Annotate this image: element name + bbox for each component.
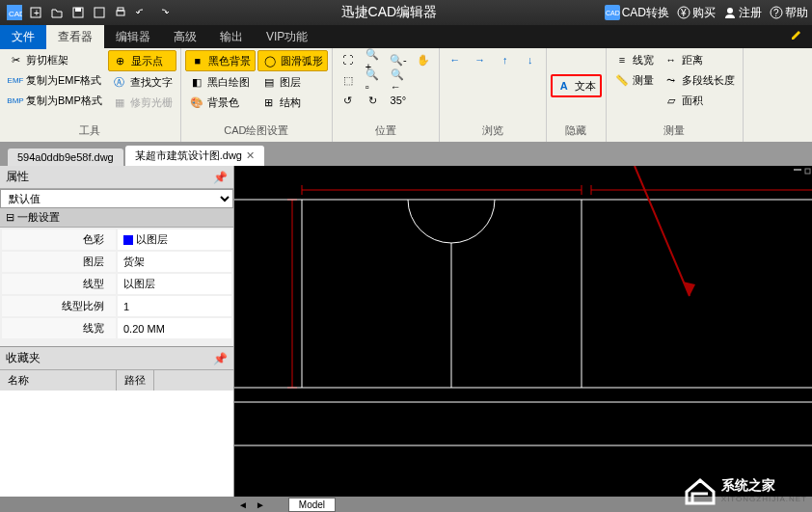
new-icon[interactable]: +	[25, 2, 46, 23]
pan-button[interactable]: ✋	[412, 50, 435, 69]
path-column[interactable]: 路径	[117, 370, 154, 391]
arrow-down-icon: ↓	[523, 52, 538, 67]
find-text-button[interactable]: Ⓐ查找文字	[108, 72, 176, 92]
menu-file[interactable]: 文件	[0, 25, 46, 49]
nav-down-button[interactable]: ↓	[519, 50, 542, 69]
table-row: 线型以图层	[2, 274, 231, 294]
layers-button[interactable]: ▤图层	[257, 72, 328, 92]
doctab-2[interactable]: 某超市建筑设计图.dwg✕	[125, 146, 264, 166]
rotate-right-button[interactable]: ↻	[362, 91, 385, 110]
cad-convert-button[interactable]: CADCAD转换	[605, 5, 669, 21]
name-column[interactable]: 名称	[0, 370, 117, 391]
copy-bmp-button[interactable]: BMP复制为BMP格式	[4, 91, 106, 110]
favorites-list[interactable]	[0, 391, 233, 497]
zoom-sel-button[interactable]: 🔍▫	[362, 70, 385, 90]
drawing-canvas[interactable]	[234, 166, 812, 497]
copy-emf-button[interactable]: EMF复制为EMF格式	[4, 70, 106, 90]
nav-up-button[interactable]: ↑	[494, 50, 517, 69]
svg-rect-8	[118, 8, 123, 11]
distance-icon: ↔	[663, 52, 679, 67]
text-icon: A	[556, 78, 572, 94]
redo-icon[interactable]	[152, 2, 174, 23]
edit-icon[interactable]	[789, 27, 812, 46]
arrow-up-icon: ↑	[498, 52, 513, 67]
house-icon	[683, 472, 717, 507]
measure-button[interactable]: 📏测量	[610, 70, 658, 90]
zoom-fit-icon: ⛶	[340, 52, 356, 67]
rotate-left-button[interactable]: ↺	[337, 91, 360, 110]
layer-cell[interactable]: 货架	[118, 252, 231, 272]
black-bg-button[interactable]: ■黑色背景	[185, 50, 256, 71]
text-button[interactable]: A文本	[551, 74, 602, 97]
smooth-arc-button[interactable]: ◯圆滑弧形	[257, 50, 328, 71]
nav-left-button[interactable]: ←	[444, 50, 467, 69]
buy-button[interactable]: ¥购买	[677, 5, 716, 21]
pin-icon[interactable]: 📌	[213, 352, 228, 365]
ribbon-group-hide: A文本 隐藏	[547, 48, 607, 142]
svg-rect-7	[117, 11, 124, 15]
undo-icon[interactable]	[131, 2, 152, 23]
trim-icon: ▦	[112, 94, 127, 110]
scale-cell[interactable]: 1	[118, 296, 231, 316]
svg-rect-6	[95, 8, 104, 17]
close-icon[interactable]: ✕	[246, 149, 255, 162]
app-title: 迅捷CAD编辑器	[174, 4, 605, 21]
menu-advanced[interactable]: 高级	[162, 25, 208, 49]
zoom-out-button[interactable]: 🔍-	[387, 50, 410, 69]
favorites-columns: 名称 路径	[0, 370, 233, 391]
zoom-in-button[interactable]: 🔍+	[362, 50, 385, 69]
rotate-right-icon: ↻	[365, 93, 381, 108]
default-dropdown[interactable]: 默认值	[0, 189, 233, 208]
ribbon-group-position: ⛶ ⬚ ↺ 🔍+ 🔍▫ ↻ 🔍- 🔍← 35° ✋ 位置	[333, 48, 440, 142]
zoom-prev-button[interactable]: 🔍←	[387, 70, 410, 90]
distance-button[interactable]: ↔距离	[660, 50, 739, 69]
show-point-button[interactable]: ⊕显示点	[108, 50, 176, 71]
emf-icon: EMF	[8, 72, 23, 88]
general-section[interactable]: ⊟ 一般设置	[0, 208, 233, 228]
menu-output[interactable]: 输出	[208, 25, 255, 49]
zoom-fit-button[interactable]: ⛶	[337, 50, 360, 69]
layers-icon: ▤	[261, 74, 277, 90]
pin-icon[interactable]: 📌	[213, 171, 228, 184]
svg-text:+: +	[34, 8, 40, 18]
menu-viewer[interactable]: 查看器	[46, 25, 104, 49]
menu-vip[interactable]: VIP功能	[255, 25, 319, 49]
angle-button[interactable]: 35°	[387, 91, 410, 110]
linetype-cell[interactable]: 以图层	[118, 274, 231, 294]
save-icon[interactable]	[68, 2, 89, 23]
bw-icon: ◧	[189, 74, 204, 90]
bw-draw-button[interactable]: ◧黑白绘图	[185, 72, 256, 92]
main-area: 属性 📌 默认值 ⊟ 一般设置 色彩以图层 图层货架 线型以图层 线型比例1 线…	[0, 166, 812, 497]
svg-marker-32	[683, 282, 695, 296]
nav-arrow-right[interactable]: ►	[252, 499, 269, 510]
find-icon: Ⓐ	[112, 74, 127, 90]
model-tab[interactable]: Model	[288, 498, 336, 512]
menubar: 文件 查看器 编辑器 高级 输出 VIP功能	[0, 25, 812, 48]
tools-label: 工具	[4, 121, 176, 140]
scissors-icon: ✂	[8, 52, 23, 67]
zoom-window-icon: ⬚	[340, 72, 356, 88]
linewidth-button[interactable]: ≡线宽	[610, 50, 658, 69]
nav-right-button[interactable]: →	[469, 50, 492, 69]
open-icon[interactable]	[46, 2, 68, 23]
doctab-1[interactable]: 594a0ddb9e58f.dwg	[8, 148, 123, 166]
help-button[interactable]: ?帮助	[770, 5, 808, 21]
clip-frame-button[interactable]: ✂剪切框架	[4, 50, 106, 69]
svg-text:?: ?	[773, 8, 779, 18]
palette-icon: 🎨	[189, 94, 204, 110]
polyline-length-button[interactable]: ⤳多段线长度	[660, 70, 739, 90]
nav-arrow-left[interactable]: ◄	[234, 499, 252, 510]
menu-editor[interactable]: 编辑器	[104, 25, 162, 49]
table-row: 图层货架	[2, 252, 231, 272]
area-button[interactable]: ▱面积	[660, 91, 739, 110]
trim-raster-button[interactable]: ▦修剪光栅	[108, 93, 176, 112]
structure-button[interactable]: ⊞结构	[257, 93, 328, 112]
bg-color-button[interactable]: 🎨背景色	[185, 93, 256, 112]
saveas-icon[interactable]	[89, 2, 110, 23]
print-icon[interactable]	[110, 2, 131, 23]
zoom-prev-icon: 🔍←	[391, 72, 406, 88]
width-cell[interactable]: 0.20 MM	[118, 318, 231, 338]
zoom-window-button[interactable]: ⬚	[337, 70, 360, 90]
color-cell[interactable]: 以图层	[118, 229, 231, 250]
register-button[interactable]: 注册	[723, 5, 762, 21]
